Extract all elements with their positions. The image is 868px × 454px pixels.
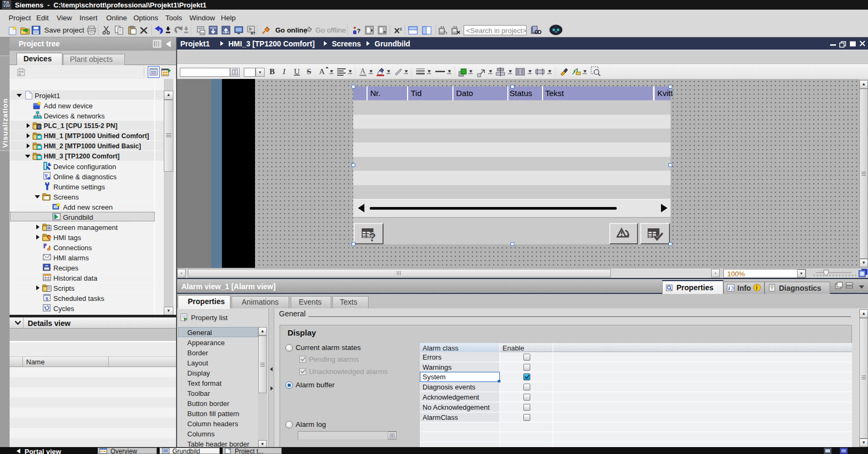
- svg-text:B: B: [269, 67, 275, 76]
- svg-text:I: I: [282, 67, 286, 76]
- svg-text:?: ?: [369, 230, 376, 244]
- svg-text:5: 5: [46, 296, 49, 301]
- svg-text:S: S: [307, 67, 311, 76]
- svg-text:Go offline: Go offline: [315, 26, 346, 34]
- svg-text:Save project: Save project: [44, 26, 84, 34]
- svg-text:Go online: Go online: [275, 26, 307, 34]
- svg-text:RT: RT: [251, 31, 256, 35]
- svg-text:U: U: [294, 67, 300, 76]
- svg-text:01: 01: [201, 31, 205, 35]
- svg-text:A: A: [319, 67, 325, 76]
- svg-text:2: 2: [400, 27, 402, 31]
- svg-text:?: ?: [357, 28, 361, 34]
- svg-text:A: A: [360, 67, 366, 75]
